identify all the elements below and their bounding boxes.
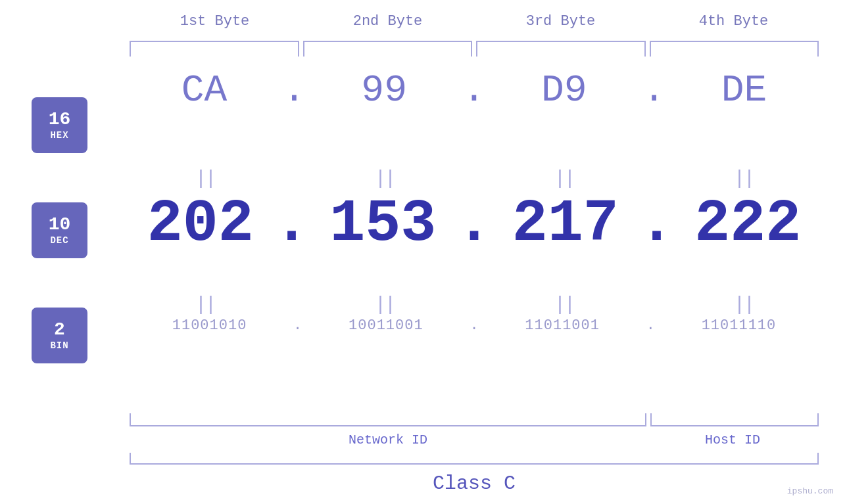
col-header-3: 3rd Byte: [474, 13, 647, 30]
network-host-brackets: [130, 413, 819, 426]
bracket-byte-2: [303, 41, 473, 57]
network-id-label: Network ID: [130, 432, 646, 447]
network-host-labels: Network ID Host ID: [130, 432, 819, 447]
hex-byte-2: 99: [308, 69, 460, 112]
dec-byte-1: 202: [128, 191, 272, 258]
hex-dot-2: .: [460, 69, 489, 112]
equals-1-b2: ||: [308, 168, 461, 190]
hex-byte-4: DE: [668, 69, 820, 112]
badge-bin: 2 BIN: [32, 308, 87, 363]
network-bracket: [130, 413, 646, 426]
watermark: ipshu.com: [787, 486, 833, 496]
host-id-label: Host ID: [646, 432, 819, 447]
bracket-byte-1: [130, 41, 299, 57]
bracket-byte-4: [650, 41, 819, 57]
hex-byte-1: CA: [128, 69, 280, 112]
bin-row: 11001010 . 10011001 . 11011001 . 1101111…: [128, 317, 820, 334]
bin-byte-1: 11001010: [128, 317, 291, 334]
badge-hex: 16 HEX: [32, 97, 87, 153]
dec-byte-4: 222: [676, 191, 820, 258]
badge-dec: 10 DEC: [32, 202, 87, 258]
col-header-4: 4th Byte: [647, 13, 820, 30]
class-bracket: [130, 453, 819, 465]
equals-1-b1: ||: [128, 168, 281, 190]
bin-byte-4: 11011110: [658, 317, 820, 334]
equals-2-b1: ||: [128, 294, 281, 316]
hex-dot-1: .: [280, 69, 308, 112]
dec-dot-1: .: [272, 191, 310, 258]
equals-2-b3: ||: [487, 294, 640, 316]
bracket-byte-3: [476, 41, 646, 57]
equals-1-b3: ||: [487, 168, 640, 190]
col-header-1: 1st Byte: [128, 13, 301, 30]
dec-row: 202 . 153 . 217 . 222: [128, 191, 820, 258]
dec-dot-2: .: [455, 191, 493, 258]
bin-byte-3: 11011001: [481, 317, 644, 334]
col-header-2: 2nd Byte: [301, 13, 474, 30]
hex-row: CA . 99 . D9 . DE: [128, 69, 820, 112]
hex-dot-3: .: [640, 69, 668, 112]
bin-dot-3: .: [644, 317, 658, 334]
bin-byte-2: 10011001: [304, 317, 467, 334]
equals-2-b2: ||: [308, 294, 461, 316]
dec-byte-3: 217: [493, 191, 637, 258]
dec-byte-2: 153: [311, 191, 455, 258]
bin-dot-2: .: [467, 317, 481, 334]
dec-dot-3: .: [637, 191, 675, 258]
equals-2-b4: ||: [667, 294, 820, 316]
bin-dot-1: .: [291, 317, 304, 334]
equals-row-1: || || || ||: [128, 168, 820, 190]
class-label: Class C: [130, 472, 819, 495]
hex-byte-3: D9: [488, 69, 640, 112]
equals-1-b4: ||: [667, 168, 820, 190]
equals-row-2: || || || ||: [128, 294, 820, 316]
host-bracket: [650, 413, 819, 426]
